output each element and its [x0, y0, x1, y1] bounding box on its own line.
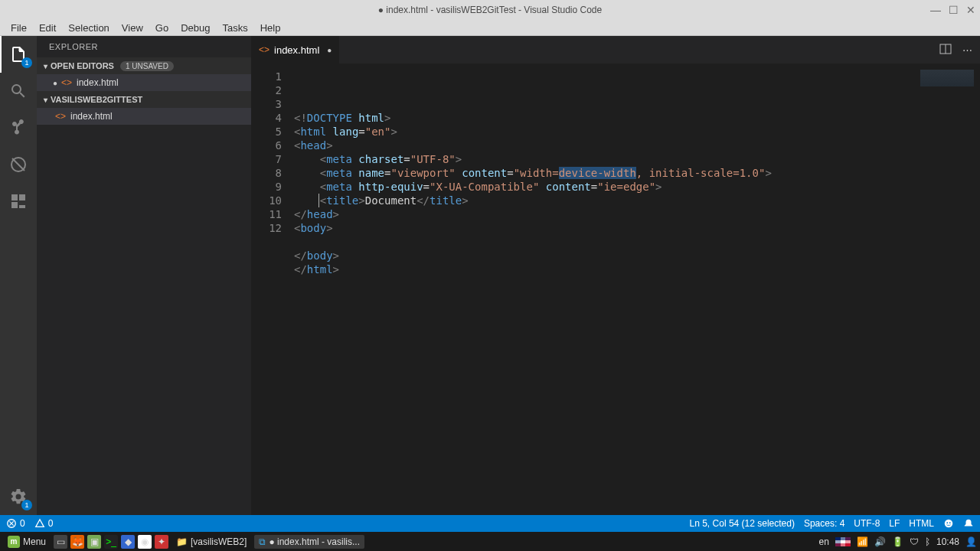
menu-tasks[interactable]: Tasks	[216, 21, 253, 35]
app-icon[interactable]: ✦	[155, 535, 168, 549]
menu-edit[interactable]: Edit	[33, 21, 62, 35]
shield-icon[interactable]: 🛡	[910, 536, 919, 547]
status-encoding[interactable]: UTF-8	[854, 518, 880, 529]
menu-bar: FileEditSelectionViewGoDebugTasksHelp	[0, 20, 980, 36]
code-line[interactable]: <body>	[294, 221, 903, 235]
file-name: index.html	[70, 111, 113, 122]
status-indent[interactable]: Spaces: 4	[804, 518, 844, 529]
files-icon[interactable]: ▣	[87, 535, 101, 549]
folder-icon: 📁	[176, 536, 188, 547]
uk-flag-icon[interactable]	[835, 537, 851, 546]
battery-icon[interactable]: 🔋	[892, 536, 903, 547]
activity-bar: 1 1	[0, 36, 37, 515]
vscode-icon: ⧉	[259, 536, 266, 547]
line-number: 1	[251, 70, 282, 83]
status-eol[interactable]: LF	[889, 518, 900, 529]
activity-explorer-icon[interactable]: 1	[0, 36, 37, 73]
firefox-icon[interactable]: 🦊	[70, 535, 84, 549]
status-errors[interactable]: 0	[6, 518, 25, 529]
code-line[interactable]: <meta http-equiv="X-UA-Compatible" conte…	[294, 180, 903, 194]
clock[interactable]: 10:48	[936, 536, 959, 547]
editor-group: <> index.html ● ⋯ 123456789101112 <!DOCT…	[251, 36, 980, 515]
svg-point-5	[946, 522, 948, 523]
line-number: 5	[251, 125, 282, 139]
user-icon[interactable]: 👤	[965, 536, 977, 547]
unsaved-badge: 1 UNSAVED	[120, 61, 174, 71]
status-feedback-icon[interactable]	[943, 518, 954, 529]
window-maximize-icon[interactable]: ☐	[949, 4, 959, 16]
line-gutter: 123456789101112	[251, 64, 291, 515]
split-editor-icon[interactable]	[939, 43, 952, 57]
show-desktop-icon[interactable]: ▭	[54, 535, 67, 549]
activity-search-icon[interactable]	[0, 73, 37, 109]
os-menu-button[interactable]: m Menu	[3, 534, 51, 549]
menu-debug[interactable]: Debug	[175, 21, 216, 35]
project-header[interactable]: ▾ VASILISWEB2GITTEST	[37, 91, 251, 108]
line-number: 6	[251, 139, 282, 152]
modified-dot-icon: ●	[51, 79, 60, 87]
code-line[interactable]: </head>	[294, 207, 903, 221]
project-label: VASILISWEB2GITTEST	[51, 95, 142, 104]
code-line[interactable]: <meta charset="UTF-8">	[294, 152, 903, 166]
window-titlebar: ● index.html - vasilisWEB2GitTest - Visu…	[0, 0, 980, 20]
status-cursor-position[interactable]: Ln 5, Col 54 (12 selected)	[690, 518, 795, 529]
bluetooth-icon[interactable]: ᛒ	[925, 536, 930, 547]
code-area[interactable]: <!DOCTYPE html><html lang="en"><head> <m…	[291, 64, 903, 515]
menu-help[interactable]: Help	[254, 21, 287, 35]
menu-selection[interactable]: Selection	[62, 21, 115, 35]
line-number: 7	[251, 152, 282, 166]
line-number: 11	[251, 207, 282, 221]
file-name: index.html	[77, 77, 119, 88]
code-line[interactable]: </html>	[294, 262, 903, 276]
sidebar-title: EXPLORER	[37, 36, 251, 57]
status-language[interactable]: HTML	[909, 518, 934, 529]
os-taskbar: m Menu ▭ 🦊 ▣ >_ ◆ ◉ ✦ 📁 [vasilisWEB2] ⧉ …	[0, 532, 980, 551]
project-file[interactable]: <> index.html	[37, 108, 251, 125]
window-title: ● index.html - vasilisWEB2GitTest - Visu…	[378, 5, 602, 15]
line-number: 12	[251, 221, 282, 235]
line-number: 2	[251, 83, 282, 97]
modified-dot-icon: ●	[327, 46, 332, 54]
menu-file[interactable]: File	[5, 21, 33, 35]
minimap-overview	[920, 70, 974, 86]
menu-view[interactable]: View	[116, 21, 149, 35]
window-close-icon[interactable]: ✕	[966, 4, 975, 16]
code-line[interactable]	[294, 235, 903, 249]
taskbar-vscode-window[interactable]: ⧉ ● index.html - vasilis...	[254, 535, 364, 549]
chrome-icon[interactable]: ◉	[138, 535, 152, 549]
app-icon[interactable]: ◆	[121, 535, 135, 549]
code-line[interactable]: </body>	[294, 249, 903, 262]
window-minimize-icon[interactable]: —	[930, 4, 941, 16]
menu-go[interactable]: Go	[149, 21, 175, 35]
status-notifications-icon[interactable]	[963, 518, 974, 529]
code-line[interactable]: <!DOCTYPE html>	[294, 111, 903, 125]
chevron-down-icon: ▾	[40, 96, 51, 104]
tab-bar: <> index.html ● ⋯	[251, 36, 980, 64]
status-warnings[interactable]: 0	[34, 518, 54, 529]
html-file-icon: <>	[259, 44, 270, 55]
more-actions-icon[interactable]: ⋯	[962, 44, 972, 56]
minimap[interactable]	[903, 64, 980, 515]
code-line[interactable]: <title>Document</title>	[294, 194, 903, 207]
wifi-icon[interactable]: 📶	[857, 536, 868, 547]
svg-point-6	[949, 522, 951, 523]
editor-tab[interactable]: <> index.html ●	[251, 36, 340, 64]
taskbar-folder-window[interactable]: 📁 [vasilisWEB2]	[172, 535, 251, 549]
open-editor-file[interactable]: ● <> index.html	[37, 74, 251, 91]
code-line[interactable]: <html lang="en">	[294, 125, 903, 139]
line-number: 4	[251, 111, 282, 125]
code-line[interactable]: <head>	[294, 139, 903, 152]
line-number: 8	[251, 166, 282, 180]
open-editors-header[interactable]: ▾ OPEN EDITORS 1 UNSAVED	[37, 57, 251, 74]
activity-debug-icon[interactable]	[0, 146, 37, 183]
html-file-icon: <>	[61, 77, 72, 88]
activity-settings-icon[interactable]: 1	[0, 478, 37, 515]
html-file-icon: <>	[55, 111, 66, 122]
activity-extensions-icon[interactable]	[0, 183, 37, 220]
code-editor[interactable]: 123456789101112 <!DOCTYPE html><html lan…	[251, 64, 980, 515]
terminal-icon[interactable]: >_	[104, 535, 118, 549]
keyboard-lang[interactable]: en	[819, 536, 829, 547]
code-line[interactable]: <meta name="viewport" content="width=dev…	[294, 166, 903, 180]
volume-icon[interactable]: 🔊	[874, 536, 886, 547]
activity-git-icon[interactable]	[0, 109, 37, 146]
